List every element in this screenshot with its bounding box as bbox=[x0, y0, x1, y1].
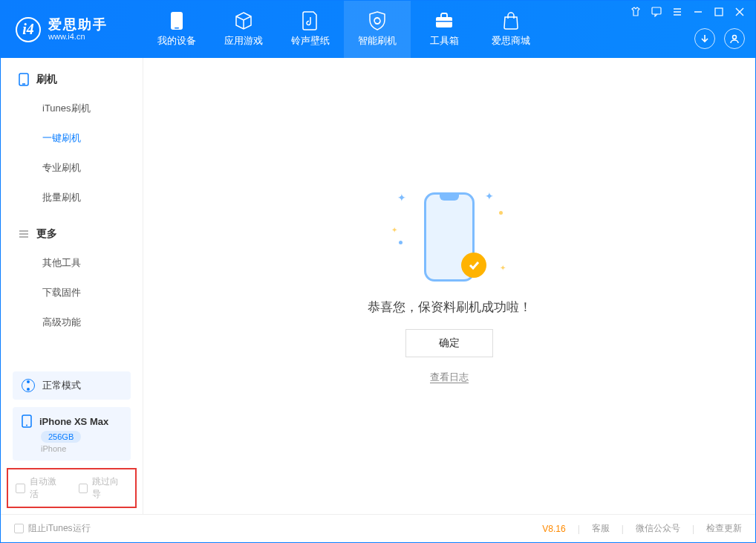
sidebar: 刷机 iTunes刷机 一键刷机 专业刷机 批量刷机 更多 其他工具 下载固件 … bbox=[1, 58, 143, 514]
app-logo-icon: i4 bbox=[16, 17, 41, 42]
window-controls bbox=[630, 7, 745, 17]
nav-tabs: 我的设备 应用游戏 铃声壁纸 智能刷机 工具箱 爱思商城 bbox=[143, 1, 544, 58]
tab-smart-flash[interactable]: 智能刷机 bbox=[344, 1, 411, 58]
checkbox-label: 自动激活 bbox=[30, 475, 65, 501]
toolbox-icon bbox=[434, 11, 454, 30]
main-content: ✦ ✦ ✦ ✦ 恭喜您，保资料刷机成功啦！ 确定 查看日志 bbox=[143, 58, 755, 514]
footer: 阻止iTunes运行 V8.16 | 客服 | 微信公众号 | 检查更新 bbox=[1, 514, 755, 542]
maximize-button[interactable] bbox=[714, 7, 724, 17]
device-box[interactable]: iPhone XS Max 256GB iPhone bbox=[13, 407, 131, 461]
sparkle-icon: ✦ bbox=[397, 192, 406, 204]
music-file-icon bbox=[301, 11, 320, 30]
sidebar-item-itunes-flash[interactable]: iTunes刷机 bbox=[1, 94, 143, 123]
svg-point-19 bbox=[26, 425, 27, 426]
checkbox-icon bbox=[16, 484, 25, 493]
feedback-icon[interactable] bbox=[651, 7, 662, 17]
sidebar-section-flash: 刷机 iTunes刷机 一键刷机 专业刷机 批量刷机 bbox=[1, 58, 143, 212]
sidebar-item-pro-flash[interactable]: 专业刷机 bbox=[1, 153, 143, 183]
app-name-cn: 爱思助手 bbox=[48, 18, 108, 33]
svg-rect-2 bbox=[436, 17, 452, 27]
ok-button[interactable]: 确定 bbox=[405, 329, 493, 357]
header-right bbox=[630, 1, 755, 58]
tab-label: 我的设备 bbox=[157, 34, 196, 48]
device-phone-icon bbox=[22, 414, 32, 428]
app-header: i4 爱思助手 www.i4.cn 我的设备 应用游戏 铃声壁纸 智能刷机 工具… bbox=[1, 1, 755, 58]
download-icon[interactable] bbox=[694, 28, 715, 49]
logo-area: i4 爱思助手 www.i4.cn bbox=[1, 1, 143, 58]
shield-sync-icon bbox=[368, 11, 387, 30]
checkbox-label: 阻止iTunes运行 bbox=[28, 522, 91, 535]
mode-box[interactable]: 正常模式 bbox=[13, 371, 131, 400]
close-button[interactable] bbox=[734, 7, 745, 17]
success-illustration: ✦ ✦ ✦ ✦ bbox=[390, 189, 509, 285]
device-type: iPhone bbox=[41, 444, 122, 453]
svg-rect-4 bbox=[652, 7, 661, 14]
dot-icon bbox=[499, 211, 503, 215]
sidebar-item-advanced[interactable]: 高级功能 bbox=[1, 308, 143, 337]
section-title: 刷机 bbox=[36, 73, 57, 86]
app-name-en: www.i4.cn bbox=[48, 32, 108, 41]
user-icons bbox=[694, 28, 745, 49]
tab-label: 爱思商城 bbox=[492, 34, 530, 48]
success-message: 恭喜您，保资料刷机成功啦！ bbox=[368, 299, 532, 316]
sidebar-item-other-tools[interactable]: 其他工具 bbox=[1, 248, 143, 278]
list-icon bbox=[19, 229, 29, 239]
tshirt-icon[interactable] bbox=[630, 7, 641, 17]
mode-icon bbox=[22, 379, 35, 392]
checkbox-block-itunes[interactable]: 阻止iTunes运行 bbox=[14, 522, 91, 535]
storage-pill: 256GB bbox=[41, 431, 81, 443]
checkbox-skip-guide[interactable]: 跳过向导 bbox=[79, 475, 128, 501]
sidebar-header-flash: 刷机 bbox=[1, 68, 143, 94]
phone-icon bbox=[19, 73, 29, 86]
tab-label: 工具箱 bbox=[430, 34, 459, 48]
sidebar-item-download-firmware[interactable]: 下载固件 bbox=[1, 278, 143, 308]
tab-label: 铃声壁纸 bbox=[291, 34, 330, 48]
sidebar-item-batch-flash[interactable]: 批量刷机 bbox=[1, 183, 143, 212]
svg-point-12 bbox=[733, 36, 737, 39]
svg-rect-3 bbox=[436, 21, 452, 22]
sparkle-icon: ✦ bbox=[391, 226, 397, 234]
svg-rect-1 bbox=[175, 27, 179, 29]
mode-label: 正常模式 bbox=[42, 379, 81, 392]
checkbox-icon bbox=[79, 484, 88, 493]
sparkle-icon: ✦ bbox=[500, 264, 506, 272]
section-title: 更多 bbox=[36, 227, 57, 241]
minimize-button[interactable] bbox=[693, 7, 703, 17]
svg-rect-9 bbox=[715, 8, 723, 16]
tab-store[interactable]: 爱思商城 bbox=[478, 1, 544, 58]
body-area: 刷机 iTunes刷机 一键刷机 专业刷机 批量刷机 更多 其他工具 下载固件 … bbox=[1, 58, 755, 514]
tab-toolbox[interactable]: 工具箱 bbox=[411, 1, 478, 58]
checkbox-label: 跳过向导 bbox=[92, 475, 128, 501]
sidebar-header-more: 更多 bbox=[1, 223, 143, 248]
cube-icon bbox=[234, 11, 253, 30]
version-label: V8.16 bbox=[542, 524, 565, 534]
user-icon[interactable] bbox=[724, 28, 745, 49]
tab-my-device[interactable]: 我的设备 bbox=[143, 1, 210, 58]
dot-icon bbox=[399, 241, 403, 244]
view-log-link[interactable]: 查看日志 bbox=[430, 371, 469, 384]
check-badge-icon bbox=[461, 253, 486, 278]
sidebar-section-more: 更多 其他工具 下载固件 高级功能 bbox=[1, 212, 143, 337]
options-box: 自动激活 跳过向导 bbox=[7, 468, 137, 508]
device-name: iPhone XS Max bbox=[39, 416, 108, 427]
menu-icon[interactable] bbox=[672, 7, 682, 17]
bag-icon bbox=[501, 11, 521, 30]
logo-text: 爱思助手 www.i4.cn bbox=[48, 18, 108, 42]
support-link[interactable]: 客服 bbox=[592, 522, 610, 535]
wechat-link[interactable]: 微信公众号 bbox=[636, 522, 680, 535]
checkbox-icon bbox=[14, 524, 24, 533]
tab-label: 应用游戏 bbox=[224, 34, 263, 48]
sparkle-icon: ✦ bbox=[485, 190, 494, 202]
sidebar-item-oneclick-flash[interactable]: 一键刷机 bbox=[1, 123, 143, 153]
footer-right: V8.16 | 客服 | 微信公众号 | 检查更新 bbox=[542, 522, 742, 535]
svg-rect-0 bbox=[171, 12, 183, 30]
tab-label: 智能刷机 bbox=[358, 34, 397, 48]
tab-ringtones-wallpapers[interactable]: 铃声壁纸 bbox=[277, 1, 344, 58]
check-update-link[interactable]: 检查更新 bbox=[706, 522, 742, 535]
checkbox-auto-activate[interactable]: 自动激活 bbox=[16, 475, 65, 501]
device-icon bbox=[167, 11, 186, 30]
tab-apps-games[interactable]: 应用游戏 bbox=[210, 1, 277, 58]
